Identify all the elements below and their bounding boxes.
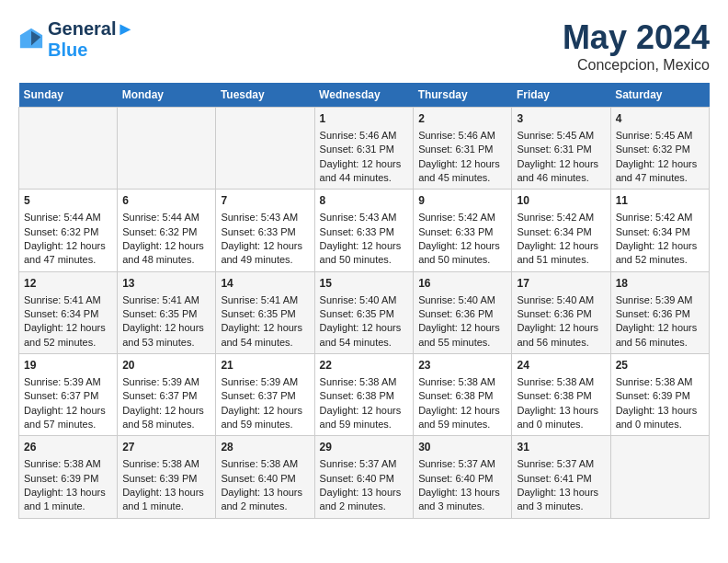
sunrise-text: Sunrise: 5:42 AM [418,211,506,224]
daylight-text: Daylight: 13 hours and 1 minute. [24,486,112,514]
daylight-text: Daylight: 12 hours and 58 minutes. [122,404,210,432]
day-number: 7 [221,193,309,209]
calendar-cell [118,108,216,190]
calendar-week-row: 12Sunrise: 5:41 AMSunset: 6:34 PMDayligh… [19,271,710,353]
sunrise-text: Sunrise: 5:38 AM [221,457,309,471]
daylight-text: Daylight: 13 hours and 3 minutes. [517,486,605,514]
sunrise-text: Sunrise: 5:45 AM [616,129,704,143]
daylight-text: Daylight: 12 hours and 53 minutes. [122,321,210,350]
daylight-text: Daylight: 12 hours and 47 minutes. [616,157,704,186]
sunset-text: Sunset: 6:32 PM [24,225,112,239]
day-number: 2 [418,111,506,127]
daylight-text: Daylight: 12 hours and 55 minutes. [418,321,506,350]
sunset-text: Sunset: 6:38 PM [517,389,605,403]
calendar-cell: 26Sunrise: 5:38 AMSunset: 6:39 PMDayligh… [19,436,118,518]
sunset-text: Sunset: 6:34 PM [616,225,704,239]
calendar-cell [216,108,314,190]
daylight-text: Daylight: 12 hours and 48 minutes. [122,239,210,268]
day-number: 15 [320,276,409,292]
day-number: 6 [122,193,210,209]
daylight-text: Daylight: 12 hours and 45 minutes. [418,157,506,186]
sunrise-text: Sunrise: 5:41 AM [221,293,309,307]
sunrise-text: Sunrise: 5:44 AM [122,211,210,224]
calendar-cell: 11Sunrise: 5:42 AMSunset: 6:34 PMDayligh… [610,190,709,271]
daylight-text: Daylight: 13 hours and 3 minutes. [418,486,506,514]
day-number: 5 [24,193,112,209]
calendar-cell: 6Sunrise: 5:44 AMSunset: 6:32 PMDaylight… [118,190,216,271]
sunset-text: Sunset: 6:37 PM [221,389,309,403]
sunset-text: Sunset: 6:40 PM [320,472,409,486]
sunset-text: Sunset: 6:32 PM [122,225,210,239]
day-number: 3 [517,111,605,127]
calendar-cell: 21Sunrise: 5:39 AMSunset: 6:37 PMDayligh… [216,354,314,436]
sunrise-text: Sunrise: 5:42 AM [616,211,704,224]
day-number: 9 [418,193,506,209]
sunrise-text: Sunrise: 5:39 AM [616,293,704,307]
calendar-cell: 15Sunrise: 5:40 AMSunset: 6:35 PMDayligh… [314,271,414,353]
sunrise-text: Sunrise: 5:38 AM [616,375,704,389]
daylight-text: Daylight: 13 hours and 2 minutes. [320,486,409,514]
day-number: 10 [517,193,605,209]
day-number: 25 [616,358,704,373]
weekday-header: Sunday [19,83,118,108]
sunrise-text: Sunrise: 5:39 AM [24,375,112,389]
sunset-text: Sunset: 6:39 PM [616,389,704,403]
calendar-cell: 17Sunrise: 5:40 AMSunset: 6:36 PMDayligh… [512,271,610,353]
daylight-text: Daylight: 12 hours and 46 minutes. [517,157,605,186]
calendar-cell: 8Sunrise: 5:43 AMSunset: 6:33 PMDaylight… [314,190,414,271]
calendar-week-row: 1Sunrise: 5:46 AMSunset: 6:31 PMDaylight… [19,108,710,190]
weekday-header: Tuesday [216,83,314,108]
weekday-header: Saturday [610,83,709,108]
sunrise-text: Sunrise: 5:40 AM [418,293,506,307]
sunset-text: Sunset: 6:38 PM [320,389,409,403]
day-number: 21 [221,358,309,373]
calendar-cell: 18Sunrise: 5:39 AMSunset: 6:36 PMDayligh… [610,271,709,353]
sunset-text: Sunset: 6:40 PM [221,472,309,486]
sunrise-text: Sunrise: 5:37 AM [320,457,409,471]
calendar-cell: 25Sunrise: 5:38 AMSunset: 6:39 PMDayligh… [610,354,709,436]
sunset-text: Sunset: 6:36 PM [418,307,506,321]
sunset-text: Sunset: 6:33 PM [221,225,309,239]
title-block: May 2024 Concepcion, Mexico [563,18,710,74]
sunrise-text: Sunrise: 5:46 AM [320,129,409,143]
calendar-cell: 13Sunrise: 5:41 AMSunset: 6:35 PMDayligh… [118,271,216,353]
calendar-subtitle: Concepcion, Mexico [563,57,710,74]
calendar-title: May 2024 [563,18,710,57]
calendar-cell: 4Sunrise: 5:45 AMSunset: 6:32 PMDaylight… [610,108,709,190]
sunset-text: Sunset: 6:37 PM [24,389,112,403]
sunrise-text: Sunrise: 5:38 AM [122,457,210,471]
page-header: General► Blue May 2024 Concepcion, Mexic… [18,18,710,74]
sunset-text: Sunset: 6:38 PM [418,389,506,403]
sunrise-text: Sunrise: 5:38 AM [517,375,605,389]
sunset-text: Sunset: 6:40 PM [418,472,506,486]
daylight-text: Daylight: 12 hours and 57 minutes. [24,404,112,432]
calendar-cell: 3Sunrise: 5:45 AMSunset: 6:31 PMDaylight… [512,108,610,190]
calendar-cell: 19Sunrise: 5:39 AMSunset: 6:37 PMDayligh… [19,354,118,436]
daylight-text: Daylight: 12 hours and 54 minutes. [320,321,409,350]
day-number: 31 [517,440,605,455]
day-number: 19 [24,358,112,373]
day-number: 17 [517,276,605,292]
logo-text-line2: Blue [48,40,134,61]
daylight-text: Daylight: 12 hours and 59 minutes. [221,404,309,432]
day-number: 14 [221,276,309,292]
daylight-text: Daylight: 12 hours and 52 minutes. [616,239,704,268]
daylight-text: Daylight: 12 hours and 51 minutes. [517,239,605,268]
calendar-cell: 16Sunrise: 5:40 AMSunset: 6:36 PMDayligh… [414,271,512,353]
daylight-text: Daylight: 12 hours and 59 minutes. [418,404,506,432]
weekday-header: Monday [118,83,216,108]
weekday-header: Thursday [414,83,512,108]
sunrise-text: Sunrise: 5:37 AM [418,457,506,471]
day-number: 29 [320,440,409,455]
day-number: 16 [418,276,506,292]
sunrise-text: Sunrise: 5:43 AM [221,211,309,224]
daylight-text: Daylight: 12 hours and 54 minutes. [221,321,309,350]
calendar-cell: 7Sunrise: 5:43 AMSunset: 6:33 PMDaylight… [216,190,314,271]
calendar-header-row: SundayMondayTuesdayWednesdayThursdayFrid… [19,83,710,108]
daylight-text: Daylight: 12 hours and 59 minutes. [320,404,409,432]
logo-icon [18,27,44,52]
sunrise-text: Sunrise: 5:45 AM [517,129,605,143]
day-number: 4 [616,111,704,127]
logo: General► Blue [18,18,134,61]
sunrise-text: Sunrise: 5:39 AM [122,375,210,389]
